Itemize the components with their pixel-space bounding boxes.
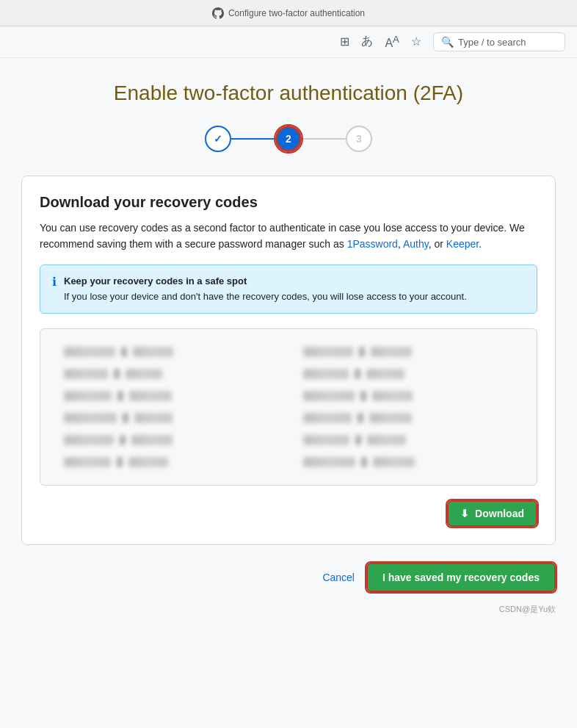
star-icon[interactable]: ☆	[411, 35, 421, 48]
codes-column-right	[303, 347, 513, 467]
font-size-icon[interactable]: AA	[385, 34, 399, 50]
search-placeholder: Type / to search	[458, 37, 526, 48]
download-icon: ⬇	[460, 508, 469, 519]
step-1: ✓	[205, 126, 231, 152]
recovery-codes-card: Download your recovery codes You can use…	[21, 176, 556, 545]
description-between2: , or	[429, 238, 446, 250]
search-icon: 🔍	[441, 36, 454, 48]
translate-icon[interactable]: あ	[361, 34, 373, 49]
footer-actions: Cancel I have saved my recovery codes	[21, 557, 556, 598]
github-logo-icon	[212, 7, 224, 19]
code-row	[64, 391, 274, 401]
code-row	[303, 391, 513, 401]
info-box-body: If you lose your device and don't have t…	[64, 291, 467, 302]
action-bar: ⊞ あ AA ☆ 🔍 Type / to search	[0, 26, 577, 58]
info-box: ℹ Keep your recovery codes in a safe spo…	[40, 264, 537, 314]
description-between1: ,	[398, 238, 403, 250]
download-button[interactable]: ⬇ Download	[447, 500, 537, 527]
info-box-title: Keep your recovery codes in a safe spot	[64, 274, 467, 289]
code-row	[64, 369, 274, 379]
main-content: Enable two-factor authentication (2FA) ✓…	[10, 58, 567, 644]
watermark: CSDN@是Yu欸	[21, 604, 556, 615]
code-row	[303, 457, 513, 467]
step-2: 2	[275, 126, 302, 152]
code-row	[64, 435, 274, 445]
code-row	[303, 347, 513, 357]
info-icon: ℹ	[52, 275, 57, 289]
code-row	[64, 413, 274, 423]
code-row	[64, 347, 274, 357]
cancel-link[interactable]: Cancel	[322, 572, 355, 583]
description-after: .	[479, 238, 482, 250]
link-1password[interactable]: 1Password	[347, 238, 398, 250]
info-box-content: Keep your recovery codes in a safe spot …	[64, 274, 467, 304]
browser-tab-title: Configure two-factor authentication	[228, 8, 365, 18]
grid-icon[interactable]: ⊞	[340, 35, 349, 48]
search-box[interactable]: 🔍 Type / to search	[433, 32, 565, 51]
browser-action-icons: ⊞ あ AA ☆	[340, 34, 421, 50]
link-authy[interactable]: Authy	[403, 238, 429, 250]
codes-column-left	[64, 347, 274, 467]
download-section: ⬇ Download	[40, 500, 537, 527]
step-line-1	[231, 138, 275, 140]
code-row	[64, 457, 274, 467]
step-line-2	[302, 138, 346, 140]
step-indicator: ✓ 2 3	[21, 126, 556, 152]
link-keeper[interactable]: Keeper	[446, 238, 479, 250]
page-title: Enable two-factor authentication (2FA)	[21, 82, 556, 105]
code-row	[303, 435, 513, 445]
browser-title: Configure two-factor authentication	[212, 7, 365, 19]
code-row	[303, 413, 513, 423]
card-description: You can use recovery codes as a second f…	[40, 220, 537, 253]
code-row	[303, 369, 513, 379]
card-title: Download your recovery codes	[40, 194, 537, 211]
step-3: 3	[346, 126, 372, 152]
recovery-codes-area	[40, 328, 537, 486]
browser-bar: Configure two-factor authentication	[0, 0, 577, 26]
download-label: Download	[475, 508, 524, 519]
confirm-button[interactable]: I have saved my recovery codes	[366, 563, 556, 592]
